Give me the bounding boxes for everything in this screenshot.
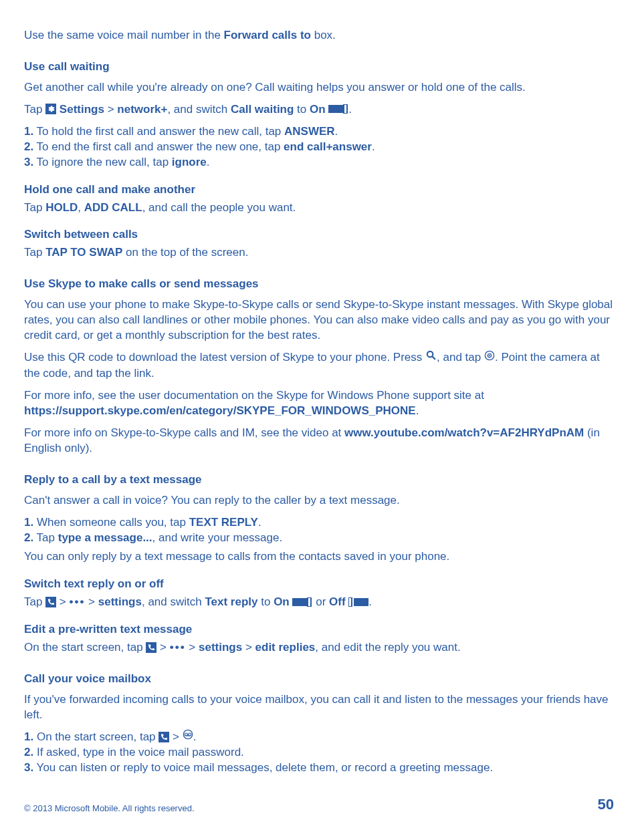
text: . <box>335 125 338 138</box>
edit-replies: edit replies <box>255 641 316 654</box>
text: or <box>312 595 329 608</box>
text: Tap <box>33 531 58 544</box>
svg-rect-10 <box>354 598 368 606</box>
text: > <box>85 595 98 608</box>
step-num: 1. <box>24 125 33 138</box>
add-call: ADD CALL <box>84 201 142 214</box>
page-number: 50 <box>598 795 614 815</box>
call-waiting-label: Call waiting <box>231 103 294 116</box>
phone-icon <box>45 597 56 607</box>
text: , and switch <box>167 103 231 116</box>
svg-rect-0 <box>328 105 343 113</box>
text: > <box>186 641 199 654</box>
text: When someone calls you, tap <box>33 516 189 529</box>
heading-call-waiting: Use call waiting <box>24 59 614 75</box>
call-waiting-steps: 1. To hold the first call and answer the… <box>24 124 614 170</box>
svg-rect-8 <box>308 597 311 607</box>
text: On the start screen, tap <box>24 641 146 654</box>
text: , and switch <box>142 595 205 608</box>
on-label: On <box>310 103 326 116</box>
step-2: 2. To end the first call and answer the … <box>24 140 614 155</box>
text: Tap <box>24 595 45 608</box>
text: > <box>242 641 255 654</box>
intro-line: Use the same voice mail number in the Fo… <box>24 28 614 43</box>
toggle-on-icon <box>292 597 312 607</box>
answer: ANSWER <box>284 125 335 138</box>
heading-switch-text-reply: Switch text reply on or off <box>24 577 614 592</box>
text: Tap <box>24 103 45 116</box>
text: Tap <box>24 201 45 214</box>
forward-calls-to: Forward calls to <box>224 29 311 41</box>
end-call-answer: end call+answer <box>284 140 372 153</box>
settings-label: settings <box>98 595 142 608</box>
step-num: 1. <box>24 730 33 743</box>
heading-skype: Use Skype to make calls or send messages <box>24 277 614 292</box>
text: , and tap <box>437 352 484 364</box>
text: , and edit the reply you want. <box>315 641 460 654</box>
on-label: On <box>274 595 290 608</box>
text: on the top of the screen. <box>122 246 248 259</box>
heading-voicemail: Call your voice mailbox <box>24 672 614 687</box>
call-waiting-tap-line: Tap Settings > network+, and switch Call… <box>24 102 614 118</box>
voicemail-steps: 1. On the start screen, tap > . 2. If as… <box>24 730 614 776</box>
settings-label: settings <box>199 641 242 654</box>
skype-p1: You can use your phone to make Skype-to-… <box>24 297 614 343</box>
more-icon: ••• <box>170 640 186 656</box>
phone-icon <box>146 642 156 653</box>
svg-line-3 <box>433 357 435 360</box>
text: , <box>78 201 84 214</box>
svg-point-2 <box>427 352 433 358</box>
step-num: 1. <box>24 516 33 529</box>
youtube-link[interactable]: www.youtube.com/watch?v=AF2HRYdPnAM <box>344 426 584 439</box>
switch-line: Tap TAP TO SWAP on the top of the screen… <box>24 245 614 261</box>
step-num: 3. <box>24 156 33 168</box>
step-num: 2. <box>24 531 33 544</box>
text: box. <box>311 29 336 41</box>
skype-support-link[interactable]: https://support.skype.com/en/category/SK… <box>24 404 416 417</box>
text: To ignore the new call, tap <box>33 156 172 168</box>
scan-icon <box>484 350 495 366</box>
voicemail-icon <box>183 729 193 744</box>
text: Tap <box>24 246 45 259</box>
text: to <box>294 103 310 116</box>
text: to <box>258 595 274 608</box>
text: To end the first call and answer the new… <box>33 140 284 153</box>
step-num: 3. <box>24 761 33 774</box>
text-reply-note: You can only reply by a text message to … <box>24 549 614 565</box>
heading-hold-another: Hold one call and make another <box>24 182 614 198</box>
text: . <box>416 404 419 417</box>
text: Use this QR code to download the latest … <box>24 352 425 364</box>
text: . <box>207 156 210 168</box>
vm-step-1: 1. On the start screen, tap > . <box>24 730 614 745</box>
step-3: 3. To ignore the new call, tap ignore. <box>24 155 614 170</box>
settings-label: Settings <box>56 103 104 116</box>
hold-line: Tap HOLD, ADD CALL, and call the people … <box>24 200 614 216</box>
text: . <box>368 595 372 608</box>
vm-step-3: 3. You can listen or reply to voice mail… <box>24 760 614 776</box>
text: , and call the people you want. <box>142 201 296 214</box>
text: > <box>169 730 182 743</box>
copyright: © 2013 Microsoft Mobile. All rights rese… <box>24 803 195 815</box>
svg-rect-1 <box>344 104 347 114</box>
text: > <box>104 103 117 116</box>
skype-p3: For more info, see the user documentatio… <box>24 388 614 419</box>
text: > <box>156 641 169 654</box>
text-reply-label: TEXT REPLY <box>189 516 258 529</box>
text: , and write your message. <box>152 531 283 544</box>
vm-step-2: 2. If asked, type in the voice mail pass… <box>24 745 614 760</box>
text-reply-desc: Can't answer a call in voice? You can re… <box>24 493 614 509</box>
edit-prewritten-line: On the start screen, tap > ••• > setting… <box>24 640 614 656</box>
text: . <box>348 103 352 116</box>
svg-rect-7 <box>292 598 307 606</box>
switch-text-reply-line: Tap > ••• > settings, and switch Text re… <box>24 595 614 610</box>
phone-icon <box>158 732 169 742</box>
text: If asked, type in the voice mail passwor… <box>33 746 244 758</box>
tr-step-1: 1. When someone calls you, tap TEXT REPL… <box>24 515 614 531</box>
svg-point-6 <box>489 355 490 356</box>
text: . <box>258 516 261 529</box>
toggle-off-icon <box>348 597 368 607</box>
text-reply-steps: 1. When someone calls you, tap TEXT REPL… <box>24 515 614 546</box>
step-1: 1. To hold the first call and answer the… <box>24 124 614 140</box>
search-icon <box>425 349 437 366</box>
type-msg: type a message... <box>58 531 152 544</box>
